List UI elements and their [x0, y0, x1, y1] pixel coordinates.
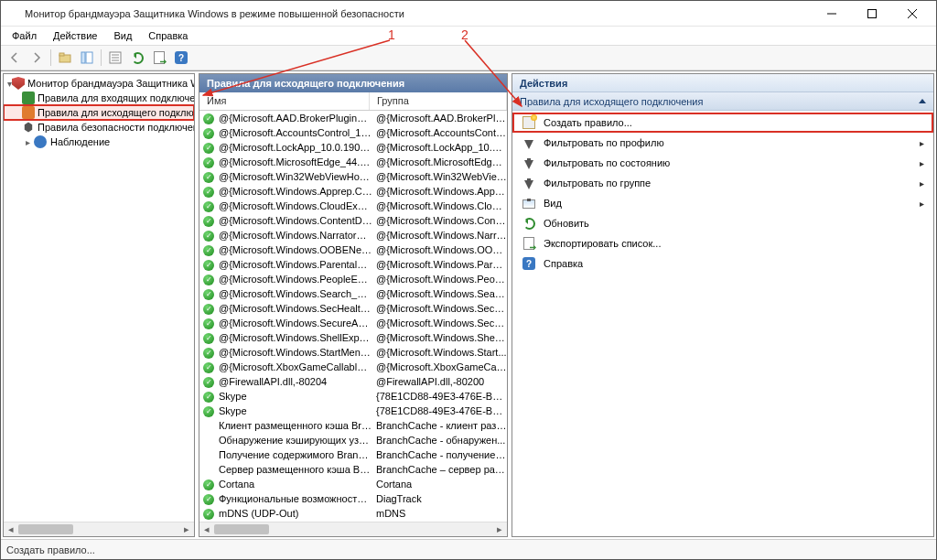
enabled-check-icon	[203, 317, 216, 329]
action--[interactable]: Вид▸	[512, 193, 933, 213]
rule-row[interactable]: @{Microsoft.Windows.CloudExperienceHo...…	[199, 199, 507, 213]
forward-icon[interactable]	[27, 48, 47, 68]
rule-row[interactable]: @{Microsoft.AAD.BrokerPlugin_1000.19041.…	[199, 111, 507, 125]
main-area: ▾ Монитор брандмауэра Защитника Windows …	[1, 70, 936, 539]
disabled-icon	[203, 448, 216, 461]
tree-monitoring[interactable]: ▸ Наблюдение	[4, 135, 194, 149]
collapse-icon[interactable]	[919, 99, 926, 103]
action--[interactable]: Создать правило...	[512, 113, 933, 133]
enabled-check-icon	[203, 492, 216, 505]
scroll-thumb[interactable]	[18, 524, 73, 534]
tree-hscrollbar[interactable]: ◂ ▸	[4, 522, 194, 536]
rule-row[interactable]: Skype{78E1CD88-49E3-476E-B926-...	[199, 404, 507, 418]
rule-row[interactable]: @{Microsoft.Windows.ParentalControls_1..…	[199, 257, 507, 272]
menu-help[interactable]: Справка	[141, 28, 195, 43]
menu-action[interactable]: Действие	[46, 28, 104, 43]
svg-rect-1	[868, 9, 877, 17]
rule-row[interactable]: CortanaCortana	[199, 477, 507, 491]
rule-name: @{Microsoft.Windows.ContentDeliveryMa...	[219, 215, 372, 226]
rule-name: @FirewallAPI.dll,-80204	[219, 376, 372, 387]
rule-group: {78E1CD88-49E3-476E-B926-...	[372, 405, 507, 416]
properties-icon[interactable]	[105, 48, 125, 68]
rule-row[interactable]: @{Microsoft.Windows.Search_1.14.0.19041.…	[199, 286, 507, 301]
chevron-right-icon: ▸	[920, 138, 924, 148]
rule-row[interactable]: Получение содержимого BranchCache (...Br…	[199, 447, 507, 462]
scroll-left-icon[interactable]: ◂	[4, 522, 18, 536]
export-list-icon[interactable]	[149, 48, 169, 68]
scroll-thumb[interactable]	[214, 524, 269, 534]
rule-group: @{Microsoft.Windows.Start...	[372, 347, 507, 358]
rule-row[interactable]: @{Microsoft.Windows.PeopleExperienceH...…	[199, 272, 507, 286]
enabled-check-icon	[203, 361, 216, 373]
rule-row[interactable]: @{Microsoft.Windows.ShellExperienceHos..…	[199, 330, 507, 345]
tree-pane: ▾ Монитор брандмауэра Защитника Windows …	[3, 73, 195, 537]
action--[interactable]: Справка	[512, 253, 933, 274]
rule-row[interactable]: @{Microsoft.Win32WebViewHost_10.0.190...…	[199, 169, 507, 184]
rule-row[interactable]: Сервер размещенного кэша BranchCach...Br…	[199, 462, 507, 477]
rule-row[interactable]: @FirewallAPI.dll,-80204@FirewallAPI.dll,…	[199, 374, 507, 389]
tree-root[interactable]: ▾ Монитор брандмауэра Защитника Windows …	[4, 76, 194, 91]
rule-name: @{Microsoft.Windows.CloudExperienceHo...	[219, 200, 372, 211]
action--[interactable]: Экспортировать список...	[512, 233, 933, 253]
enabled-check-icon	[203, 273, 216, 285]
rule-row[interactable]: @{Microsoft.Windows.Apprep.ChxApp_1000..…	[199, 184, 507, 199]
svg-rect-6	[81, 52, 85, 63]
rule-group: DiagTrack	[372, 493, 507, 504]
enabled-check-icon	[203, 258, 216, 271]
rule-row[interactable]: @{Microsoft.Windows.StartMenuExperien...…	[199, 345, 507, 360]
rule-group: mDNS	[372, 508, 507, 519]
action--[interactable]: Фильтровать по состоянию▸	[512, 153, 933, 173]
action--[interactable]: Фильтровать по профилю▸	[512, 133, 933, 153]
back-icon[interactable]	[5, 48, 25, 68]
scroll-right-icon[interactable]: ▸	[179, 522, 194, 536]
expander-icon[interactable]: ▸	[22, 137, 33, 147]
rule-row[interactable]: @{Microsoft.Windows.NarratorQuickStart..…	[199, 228, 507, 242]
close-button[interactable]	[892, 1, 932, 26]
rule-list[interactable]: @{Microsoft.AAD.BrokerPlugin_1000.19041.…	[199, 111, 507, 522]
menu-view[interactable]: Вид	[106, 28, 139, 43]
rule-group: @{Microsoft.Windows.Conte...	[372, 215, 507, 226]
action--[interactable]: Фильтровать по группе▸	[512, 173, 933, 193]
rule-name: Получение содержимого BranchCache (...	[219, 449, 372, 460]
column-name[interactable]: Имя	[199, 92, 370, 110]
tree-outbound-rules[interactable]: Правила для исходящего подключения	[4, 105, 194, 120]
toolbar-separator	[50, 49, 51, 66]
rule-group: @{Microsoft.Windows.OOBE...	[372, 244, 507, 255]
rule-group: @{Microsoft.Windows.Cloud...	[372, 200, 507, 211]
scroll-right-icon[interactable]: ▸	[492, 522, 507, 536]
scroll-left-icon[interactable]: ◂	[199, 522, 214, 536]
column-group[interactable]: Группа	[370, 92, 507, 110]
rule-row[interactable]: @{Microsoft.LockApp_10.0.19041.1_neutral…	[199, 140, 507, 155]
rule-row[interactable]: @{Microsoft.AccountsControl_10.0.19041.1…	[199, 125, 507, 140]
tree-item-label: Правила для входящих подключений	[38, 92, 194, 103]
rule-group: BranchCache - получение с...	[372, 449, 507, 460]
rule-row[interactable]: @{Microsoft.Windows.ContentDeliveryMa...…	[199, 213, 507, 228]
titlebar: Монитор брандмауэра Защитника Windows в …	[1, 1, 936, 27]
tree-item-label: Правила для исходящего подключения	[38, 107, 194, 118]
show-hide-tree-icon[interactable]	[77, 48, 97, 68]
rule-row[interactable]: @{Microsoft.Windows.SecureAssessmentB...…	[199, 316, 507, 330]
refresh-icon[interactable]	[127, 48, 147, 68]
rule-row[interactable]: Клиент размещенного кэша BranchCach...Br…	[199, 418, 507, 433]
help-icon[interactable]	[171, 48, 191, 68]
rule-row[interactable]: @{Microsoft.Windows.OOBENetworkCapti...@…	[199, 242, 507, 257]
minimize-button[interactable]	[812, 1, 852, 26]
actions-sub-header[interactable]: Правила для исходящего подключения	[512, 92, 933, 111]
tree-connection-security[interactable]: Правила безопасности подключений	[4, 120, 194, 135]
rule-row[interactable]: Skype{78E1CD88-49E3-476E-B926-...	[199, 389, 507, 404]
list-hscrollbar[interactable]: ◂ ▸	[199, 522, 507, 536]
rule-row[interactable]: @{Microsoft.XboxGameCallableUI_1000.19..…	[199, 360, 507, 374]
tree-inbound-rules[interactable]: Правила для входящих подключений	[4, 91, 194, 105]
action--[interactable]: Обновить	[512, 213, 933, 233]
rule-row[interactable]: mDNS (UDP-Out)mDNS	[199, 506, 507, 521]
menu-file[interactable]: Файл	[5, 28, 44, 43]
rule-group: @{Microsoft.MicrosoftEdge_...	[372, 156, 507, 167]
rule-row[interactable]: @{Microsoft.Windows.SecHealthUI_10.0.19.…	[199, 301, 507, 316]
maximize-button[interactable]	[852, 1, 892, 26]
rule-row[interactable]: @{Microsoft.MicrosoftEdge_44.19041.1.0_.…	[199, 155, 507, 169]
app-shield-icon	[5, 6, 19, 21]
rule-row[interactable]: Обнаружение кэширующих узлов Branc...Bra…	[199, 433, 507, 447]
up-icon[interactable]	[55, 48, 75, 68]
enabled-check-icon	[203, 507, 216, 520]
rule-row[interactable]: Функциональные возможности для под...Dia…	[199, 491, 507, 506]
